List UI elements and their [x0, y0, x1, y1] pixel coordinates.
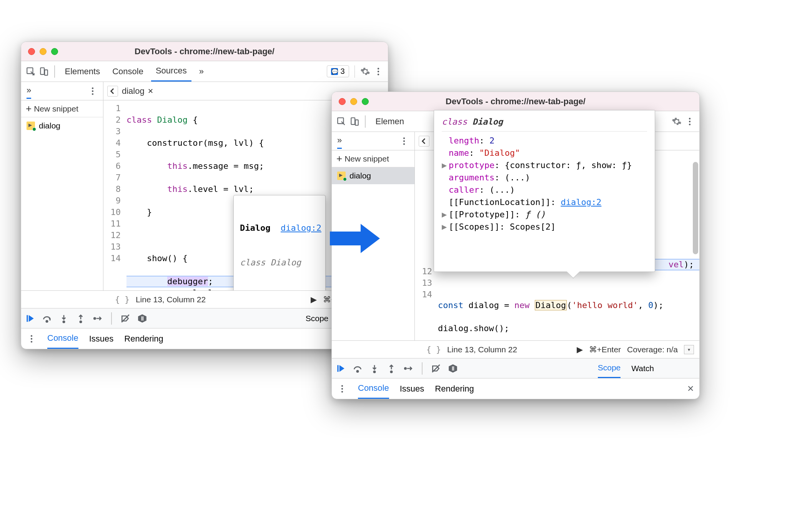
- kebab-menu-icon[interactable]: [685, 117, 695, 127]
- pause-exceptions-icon[interactable]: [448, 363, 458, 373]
- drawer-tab-issues[interactable]: Issues: [400, 378, 424, 399]
- tab-sources[interactable]: Sources: [151, 61, 191, 82]
- run-icon[interactable]: ▶: [577, 345, 583, 354]
- window-title: DevTools - chrome://new-tab-page/: [21, 47, 388, 57]
- tab-elements[interactable]: Elements: [60, 61, 105, 82]
- new-snippet-button[interactable]: + New snippet: [21, 100, 103, 117]
- coverage-label: Coverage: n/a: [627, 345, 678, 354]
- new-snippet-label: New snippet: [34, 104, 78, 113]
- drawer-kebab-icon[interactable]: [337, 384, 347, 394]
- navigator-more[interactable]: »: [27, 85, 31, 99]
- step-over-icon[interactable]: [42, 313, 52, 323]
- inspect-icon[interactable]: [336, 117, 346, 127]
- navigator-kebab-icon[interactable]: [88, 86, 98, 96]
- inspect-icon[interactable]: [26, 67, 36, 77]
- gear-icon[interactable]: [360, 67, 370, 77]
- resume-icon[interactable]: [336, 363, 346, 373]
- tab-elements-short[interactable]: Elemen: [371, 111, 409, 132]
- step-out-icon[interactable]: [76, 313, 86, 323]
- hover-popup-large: class Dialog length: 2 name: "Dialog" ▶p…: [434, 110, 655, 272]
- hover-popup-small: Dialog dialog:2 class Dialog: [233, 195, 326, 290]
- step-icon[interactable]: [93, 313, 103, 323]
- editor-statusbar: { } Line 13, Column 22 ▶ ⌘+Enter Coverag…: [332, 340, 699, 358]
- expand-icon[interactable]: ▶: [442, 159, 449, 172]
- drawer-tab-console[interactable]: Console: [358, 378, 389, 399]
- navigator-tabs: »: [21, 82, 103, 100]
- step-into-icon[interactable]: [369, 363, 379, 373]
- function-location-link[interactable]: dialog:2: [561, 197, 601, 207]
- window-title: DevTools - chrome://new-tab-page/: [332, 97, 699, 107]
- svg-point-17: [31, 338, 32, 339]
- drawer-kebab-icon[interactable]: [27, 334, 37, 344]
- deactivate-breakpoints-icon[interactable]: [120, 313, 130, 323]
- debugger-tab-scope[interactable]: Scope: [306, 308, 329, 328]
- coverage-dropdown-icon[interactable]: ▾: [684, 345, 694, 354]
- new-snippet-button[interactable]: + New snippet: [332, 150, 414, 167]
- file-tab-dialog[interactable]: dialog ✕: [122, 86, 153, 96]
- popup-link[interactable]: dialog:2: [281, 223, 321, 233]
- device-mode-icon[interactable]: [349, 117, 359, 127]
- step-over-icon[interactable]: [353, 363, 363, 373]
- drawer-tab-rendering[interactable]: Rendering: [124, 328, 163, 349]
- svg-point-4: [378, 70, 379, 72]
- traffic-minimize[interactable]: [350, 98, 357, 105]
- new-snippet-label: New snippet: [344, 154, 389, 163]
- issues-badge[interactable]: 💬 3: [327, 65, 349, 77]
- close-icon[interactable]: ✕: [148, 87, 153, 95]
- svg-point-37: [341, 391, 343, 392]
- step-icon[interactable]: [403, 363, 413, 373]
- deactivate-breakpoints-icon[interactable]: [431, 363, 441, 373]
- debugger-tab-watch[interactable]: Watch: [631, 358, 654, 378]
- resume-icon[interactable]: [25, 313, 35, 323]
- snippet-item-label: dialog: [39, 121, 60, 130]
- svg-point-5: [378, 73, 379, 75]
- main-toolbar: Elements Console Sources » 💬 3: [21, 61, 388, 82]
- cursor-position: Line 13, Column 22: [447, 345, 517, 354]
- traffic-minimize[interactable]: [40, 48, 47, 55]
- tab-console[interactable]: Console: [108, 61, 148, 82]
- expand-icon[interactable]: ▶: [442, 208, 449, 221]
- issue-icon: 💬: [331, 68, 338, 75]
- debugger-toolbar: Scope Watch: [332, 358, 699, 378]
- step-out-icon[interactable]: [386, 363, 396, 373]
- expand-icon[interactable]: ▶: [442, 221, 449, 233]
- svg-point-29: [357, 370, 358, 372]
- snippet-item-dialog[interactable]: dialog: [21, 117, 103, 134]
- drawer-tab-issues[interactable]: Issues: [89, 328, 114, 349]
- svg-point-32: [404, 367, 406, 369]
- svg-rect-21: [355, 120, 358, 125]
- gear-icon[interactable]: [672, 117, 682, 127]
- snippet-item-dialog[interactable]: dialog: [332, 167, 414, 184]
- tab-more[interactable]: »: [195, 61, 208, 82]
- run-icon[interactable]: ▶: [311, 295, 317, 304]
- svg-point-3: [378, 68, 379, 69]
- drawer-tab-console[interactable]: Console: [47, 328, 78, 349]
- traffic-zoom[interactable]: [362, 98, 369, 105]
- svg-point-31: [391, 371, 392, 372]
- device-mode-icon[interactable]: [39, 67, 49, 77]
- nav-back-icon[interactable]: [107, 86, 118, 97]
- navigator-kebab-icon[interactable]: [399, 136, 409, 146]
- traffic-zoom[interactable]: [51, 48, 58, 55]
- pause-exceptions-icon[interactable]: [137, 313, 147, 323]
- svg-point-6: [92, 87, 93, 89]
- line-gutter: 1234567891011121314: [103, 100, 124, 290]
- svg-point-30: [374, 371, 375, 372]
- nav-back-icon[interactable]: [419, 136, 429, 147]
- traffic-close[interactable]: [28, 48, 35, 55]
- step-into-icon[interactable]: [59, 313, 69, 323]
- snippet-icon: [27, 122, 35, 130]
- svg-point-36: [341, 388, 343, 389]
- svg-point-11: [63, 321, 65, 322]
- svg-point-35: [341, 385, 343, 387]
- svg-rect-34: [453, 366, 454, 370]
- close-icon[interactable]: ✕: [687, 384, 694, 394]
- navigator-more[interactable]: »: [337, 135, 342, 149]
- cmd-enter-label: ⌘+Enter: [589, 345, 621, 354]
- drawer-tab-rendering[interactable]: Rendering: [435, 378, 474, 399]
- scrollbar-thumb[interactable]: [693, 162, 698, 254]
- debugger-tab-scope[interactable]: Scope: [598, 358, 621, 378]
- svg-rect-33: [452, 366, 453, 370]
- traffic-close[interactable]: [339, 98, 346, 105]
- kebab-menu-icon[interactable]: [373, 67, 383, 77]
